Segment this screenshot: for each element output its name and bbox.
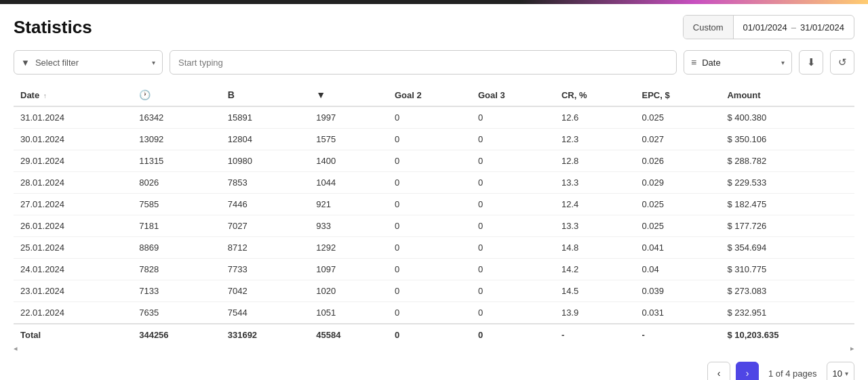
cell-goal2: 0 xyxy=(388,172,471,194)
cell-amount: $ 310.775 xyxy=(720,259,854,280)
funnel-icon: ▼ xyxy=(316,89,326,100)
cell-goal2: 0 xyxy=(388,259,471,280)
cell-col2: 7828 xyxy=(132,259,221,280)
cell-col4: 1020 xyxy=(309,280,388,302)
cell-cr: 12.4 xyxy=(555,194,635,215)
cell-goal3: 0 xyxy=(471,259,555,280)
col-goal3: Goal 3 xyxy=(471,84,555,106)
statistics-table: Date ↑ 🕐 B ▼ Goal 2 xyxy=(14,84,854,345)
per-page-chevron-icon: ▾ xyxy=(845,370,848,377)
cell-col3: 7446 xyxy=(221,194,310,215)
col-cr: CR, % xyxy=(555,84,635,106)
download-icon: ⬇ xyxy=(807,56,816,68)
cell-col3: 7042 xyxy=(221,280,310,302)
cell-col3: 7733 xyxy=(221,259,310,280)
filter-select[interactable]: ▼ Select filter ▾ xyxy=(14,50,163,75)
cell-col2: 13092 xyxy=(132,129,221,150)
cell-col4: 933 xyxy=(309,215,388,237)
total-col4: 45584 xyxy=(309,324,388,345)
cell-epc: 0.029 xyxy=(635,172,720,194)
cell-col3: 10980 xyxy=(221,150,310,172)
cell-epc: 0.025 xyxy=(635,106,720,129)
date-range-control[interactable]: Custom 01/01/2024 – 31/01/2024 xyxy=(683,15,854,39)
sort-icon: ≡ xyxy=(691,57,696,68)
next-page-button[interactable]: › xyxy=(736,362,759,380)
cell-amount: $ 354.694 xyxy=(720,237,854,259)
cell-col4: 921 xyxy=(309,194,388,215)
col-amount: Amount xyxy=(720,84,854,106)
cell-col3: 7544 xyxy=(221,302,310,324)
table-row: 24.01.20247828773310970014.20.04$ 310.77… xyxy=(14,259,854,280)
col-date[interactable]: Date ↑ xyxy=(14,84,132,106)
date-preset: Custom xyxy=(684,16,734,39)
cell-goal2: 0 xyxy=(388,194,471,215)
table-row: 22.01.20247635754410510013.90.031$ 232.9… xyxy=(14,302,854,324)
cell-epc: 0.041 xyxy=(635,237,720,259)
cell-cr: 13.3 xyxy=(555,215,635,237)
cell-goal3: 0 xyxy=(471,215,555,237)
cell-col4: 1400 xyxy=(309,150,388,172)
total-epc: - xyxy=(635,324,720,345)
date-end: 31/01/2024 xyxy=(800,22,844,33)
cell-col2: 7133 xyxy=(132,280,221,302)
cell-col3: 15891 xyxy=(221,106,310,129)
table-row: 28.01.20248026785310440013.30.029$ 229.5… xyxy=(14,172,854,194)
cell-amount: $ 177.726 xyxy=(720,215,854,237)
sort-label: Date xyxy=(702,58,776,68)
sort-control[interactable]: ≡ Date ▾ xyxy=(684,50,792,75)
cell-goal3: 0 xyxy=(471,150,555,172)
cell-epc: 0.039 xyxy=(635,280,720,302)
total-col2: 344256 xyxy=(132,324,221,345)
cell-cr: 13.3 xyxy=(555,172,635,194)
cell-cr: 12.3 xyxy=(555,129,635,150)
total-cr: - xyxy=(555,324,635,345)
cell-date: 25.01.2024 xyxy=(14,237,132,259)
per-page-value: 10 xyxy=(833,368,842,379)
cell-date: 23.01.2024 xyxy=(14,280,132,302)
page-header: Statistics Custom 01/01/2024 – 31/01/202… xyxy=(14,15,854,39)
cell-col3: 12804 xyxy=(221,129,310,150)
sort-asc-icon: ↑ xyxy=(43,92,47,100)
col-clock: 🕐 xyxy=(132,84,221,106)
search-input[interactable] xyxy=(170,50,677,75)
cell-col2: 8026 xyxy=(132,172,221,194)
total-goal2: 0 xyxy=(388,324,471,345)
cell-goal2: 0 xyxy=(388,280,471,302)
cell-goal2: 0 xyxy=(388,106,471,129)
total-label: Total xyxy=(14,324,132,345)
cell-amount: $ 288.782 xyxy=(720,150,854,172)
cell-date: 22.01.2024 xyxy=(14,302,132,324)
cell-goal2: 0 xyxy=(388,150,471,172)
col-goal2: Goal 2 xyxy=(388,84,471,106)
sort-chevron-icon: ▾ xyxy=(781,59,785,66)
cell-cr: 14.2 xyxy=(555,259,635,280)
cell-date: 31.01.2024 xyxy=(14,106,132,129)
cell-goal3: 0 xyxy=(471,129,555,150)
next-icon: › xyxy=(746,368,749,379)
cell-cr: 12.8 xyxy=(555,150,635,172)
per-page-select[interactable]: 10 ▾ xyxy=(827,362,854,380)
cell-epc: 0.025 xyxy=(635,194,720,215)
cell-cr: 14.5 xyxy=(555,280,635,302)
refresh-button[interactable]: ↺ xyxy=(830,50,854,75)
date-separator: – xyxy=(791,22,796,33)
col-epc: EPC, $ xyxy=(635,84,720,106)
table-header-row: Date ↑ 🕐 B ▼ Goal 2 xyxy=(14,84,854,106)
filter-label: Select filter xyxy=(35,58,146,68)
cell-col4: 1097 xyxy=(309,259,388,280)
cell-date: 26.01.2024 xyxy=(14,215,132,237)
download-button[interactable]: ⬇ xyxy=(799,50,823,75)
clock-icon: 🕐 xyxy=(139,89,151,100)
cell-amount: $ 273.083 xyxy=(720,280,854,302)
cell-goal2: 0 xyxy=(388,215,471,237)
cell-date: 28.01.2024 xyxy=(14,172,132,194)
table-row: 31.01.2024163421589119970012.60.025$ 400… xyxy=(14,106,854,129)
pagination: ‹ › 1 of 4 pages 10 ▾ xyxy=(14,362,854,380)
toolbar: ▼ Select filter ▾ ≡ Date ▾ ⬇ ↺ xyxy=(14,50,854,75)
filter-icon: ▼ xyxy=(21,58,30,68)
prev-page-button[interactable]: ‹ xyxy=(707,362,730,380)
refresh-icon: ↺ xyxy=(838,56,847,68)
box-icon: B xyxy=(228,89,235,100)
cell-amount: $ 232.951 xyxy=(720,302,854,324)
cell-amount: $ 350.106 xyxy=(720,129,854,150)
